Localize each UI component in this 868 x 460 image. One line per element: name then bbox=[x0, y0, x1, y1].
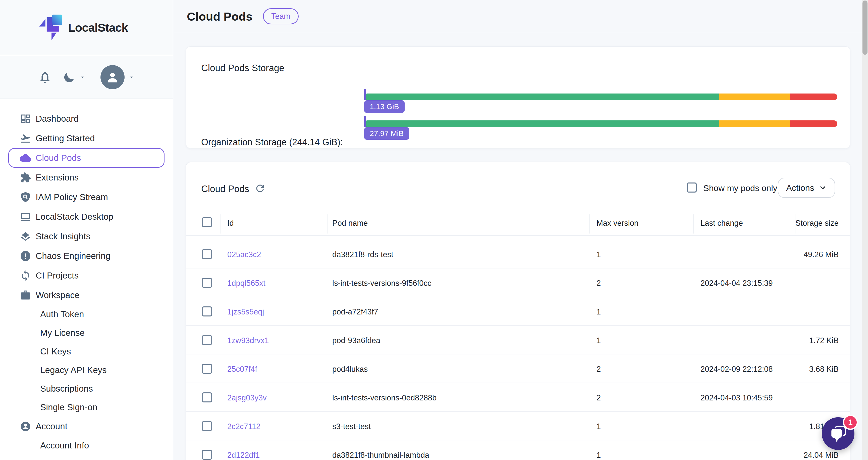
column-divider[interactable] bbox=[328, 214, 328, 233]
column-header-max-version[interactable]: Max version bbox=[596, 219, 639, 228]
row-checkbox[interactable] bbox=[202, 421, 212, 431]
sidebar-item-auth-token[interactable]: Auth Token bbox=[8, 305, 164, 323]
user-storage-bar bbox=[364, 120, 837, 127]
select-all-checkbox[interactable] bbox=[202, 217, 212, 227]
pod-id-link[interactable]: 2d122df1 bbox=[227, 451, 260, 460]
table-header-divider bbox=[186, 235, 850, 236]
layers-icon bbox=[20, 231, 31, 242]
user-storage-usage-badge: 27.97 MiB bbox=[364, 127, 409, 140]
user-storage-marker bbox=[364, 116, 366, 127]
column-divider[interactable] bbox=[589, 214, 590, 233]
column-header-last-change[interactable]: Last change bbox=[701, 219, 743, 228]
row-checkbox[interactable] bbox=[202, 278, 212, 288]
row-checkbox[interactable] bbox=[202, 392, 212, 402]
pod-id-link[interactable]: 1jzs5s5eqj bbox=[227, 308, 264, 316]
org-storage-bar bbox=[364, 93, 837, 100]
bell-icon[interactable] bbox=[38, 70, 52, 84]
sidebar-item-single-sign-on[interactable]: Single Sign-on bbox=[8, 398, 164, 416]
storage-bar-segment bbox=[364, 120, 719, 127]
pod-id-link[interactable]: 2c2c7112 bbox=[227, 422, 260, 431]
page-header: Cloud Pods Team bbox=[174, 0, 868, 33]
user-menu[interactable] bbox=[100, 65, 135, 89]
briefcase-icon bbox=[20, 290, 31, 301]
sidebar-item-extensions[interactable]: Extensions bbox=[8, 168, 164, 187]
sidebar-item-localstack-desktop[interactable]: LocalStack Desktop bbox=[8, 207, 164, 227]
storage-card-title: Cloud Pods Storage bbox=[201, 63, 284, 74]
sidebar-item-getting-started[interactable]: Getting Started bbox=[8, 128, 164, 148]
pod-id-link[interactable]: 1dpql565xt bbox=[227, 279, 266, 288]
alert-octagon-icon bbox=[20, 250, 31, 262]
actions-button[interactable]: Actions bbox=[778, 178, 835, 198]
max-version-cell: 2 bbox=[596, 365, 601, 374]
pods-card: Cloud Pods Show my pods only Actions Id … bbox=[186, 162, 850, 460]
max-version-cell: 1 bbox=[596, 250, 601, 259]
org-storage-marker bbox=[364, 89, 366, 100]
sidebar-item-iam-policy-stream[interactable]: IAM Policy Stream bbox=[8, 187, 164, 207]
storage-size-cell: 49.26 MiB bbox=[803, 250, 839, 259]
storage-card: Cloud Pods Storage Organization Storage … bbox=[186, 47, 850, 148]
table-row: 2ajsg03y3v ls-int-tests-versions-0ed8288… bbox=[186, 383, 850, 412]
sidebar-item-ci-keys[interactable]: CI Keys bbox=[8, 342, 164, 361]
cloud-icon bbox=[20, 152, 31, 164]
sidebar-item-subscriptions[interactable]: Subscriptions bbox=[8, 379, 164, 398]
org-storage-label: Organization Storage (244.14 GiB): bbox=[201, 137, 343, 148]
row-checkbox[interactable] bbox=[202, 249, 212, 259]
refresh-icon[interactable] bbox=[254, 183, 266, 194]
sidebar-item-account[interactable]: Account bbox=[8, 416, 164, 436]
last-change-cell: 2024-04-04 23:15:39 bbox=[701, 279, 773, 288]
sidebar-item-workspace[interactable]: Workspace bbox=[8, 285, 164, 305]
pods-card-title: Cloud Pods bbox=[201, 184, 249, 194]
sidebar-item-ci-projects[interactable]: CI Projects bbox=[8, 266, 164, 285]
sidebar-item-dashboard[interactable]: Dashboard bbox=[8, 109, 164, 128]
max-version-cell: 1 bbox=[596, 422, 601, 431]
sidebar-item-legacy-api-keys[interactable]: Legacy API Keys bbox=[8, 361, 164, 379]
sidebar-item-stack-insights[interactable]: Stack Insights bbox=[8, 227, 164, 246]
scrollbar[interactable] bbox=[862, 0, 868, 460]
pod-id-link[interactable]: 025ac3c2 bbox=[227, 250, 261, 259]
row-checkbox[interactable] bbox=[202, 307, 212, 316]
plane-takeoff-icon bbox=[20, 133, 31, 144]
pod-name-cell: ls-int-tests-versions-9f56f0cc bbox=[332, 279, 432, 288]
pod-id-link[interactable]: 25c07f4f bbox=[227, 365, 257, 374]
storage-size-cell: 24.04 MiB bbox=[803, 451, 839, 460]
theme-selector[interactable] bbox=[63, 70, 86, 84]
sidebar-item-cloud-pods[interactable]: Cloud Pods bbox=[8, 148, 164, 168]
show-my-pods-label: Show my pods only bbox=[703, 183, 777, 193]
row-checkbox[interactable] bbox=[202, 450, 212, 460]
sidebar-item-account-info[interactable]: Account Info bbox=[8, 436, 164, 455]
chevron-down-icon bbox=[128, 74, 135, 81]
page-title: Cloud Pods bbox=[187, 9, 252, 23]
row-checkbox[interactable] bbox=[202, 364, 212, 374]
storage-bar-segment bbox=[719, 120, 790, 127]
column-header-storage-size[interactable]: Storage size bbox=[796, 219, 839, 228]
brand-name: LocalStack bbox=[68, 21, 128, 34]
sidebar-item-my-license[interactable]: My License bbox=[8, 323, 164, 342]
sidebar-item-password-and-authentication[interactable]: Password and Authentication bbox=[8, 455, 164, 460]
pod-id-link[interactable]: 2ajsg03y3v bbox=[227, 393, 267, 402]
storage-bar-segment bbox=[364, 93, 719, 100]
logo[interactable]: LocalStack bbox=[0, 0, 173, 55]
pod-name-cell: s3-test-test bbox=[332, 422, 371, 431]
table-row: 025ac3c2 da3821f8-rds-test 1 49.26 MiB bbox=[186, 240, 850, 268]
scrollbar-thumb[interactable] bbox=[863, 0, 868, 55]
pod-id-link[interactable]: 1zw93drvx1 bbox=[227, 336, 269, 345]
column-divider[interactable] bbox=[220, 214, 221, 233]
moon-icon bbox=[63, 70, 76, 84]
sidebar-item-chaos-engineering[interactable]: Chaos Engineering bbox=[8, 246, 164, 266]
show-my-pods-checkbox[interactable] bbox=[687, 182, 697, 193]
last-change-cell: 2024-02-09 22:12:08 bbox=[701, 365, 773, 374]
table-body: 025ac3c2 da3821f8-rds-test 1 49.26 MiB 1… bbox=[186, 240, 850, 460]
pod-name-cell: da3821f8-rds-test bbox=[332, 250, 393, 259]
sidebar: LocalStack Dashboard Getting Started Clo… bbox=[0, 0, 173, 460]
column-divider[interactable] bbox=[693, 214, 694, 233]
row-checkbox[interactable] bbox=[202, 335, 212, 345]
dashboard-icon bbox=[20, 113, 31, 124]
shield-search-icon bbox=[20, 192, 31, 203]
max-version-cell: 2 bbox=[596, 279, 601, 288]
table-row: 25c07f4f pod4lukas 2 2024-02-09 22:12:08… bbox=[186, 354, 850, 383]
max-version-cell: 1 bbox=[596, 451, 601, 460]
table-row: 2c2c7112 s3-test-test 1 1.81 KiB bbox=[186, 412, 850, 440]
storage-size-cell: 1.72 KiB bbox=[809, 336, 839, 345]
column-header-pod-name[interactable]: Pod name bbox=[332, 219, 368, 228]
column-header-id[interactable]: Id bbox=[227, 219, 234, 228]
